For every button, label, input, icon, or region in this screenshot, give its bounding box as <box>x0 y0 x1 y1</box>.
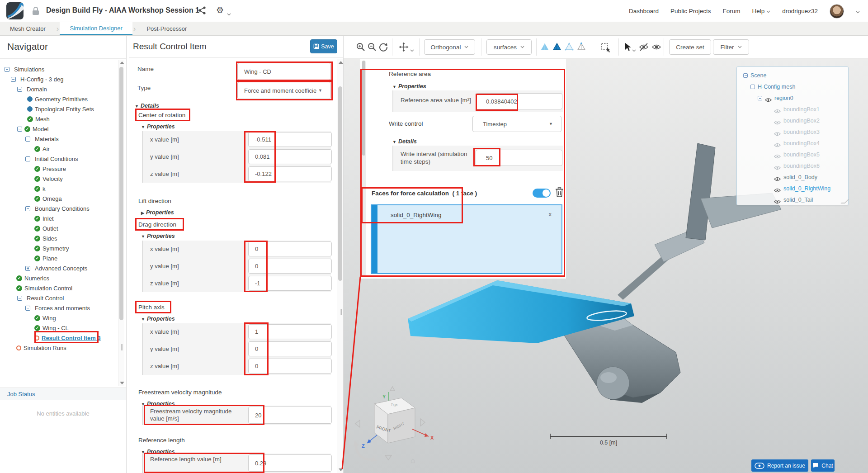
visibility-eye-icon[interactable] <box>774 152 781 157</box>
tree-item-materials[interactable]: Materials <box>0 134 117 144</box>
property-input-x-value-m-[interactable]: 1 <box>248 324 332 339</box>
collapse-icon[interactable] <box>25 306 30 311</box>
tree-item-geometry-primitives[interactable]: Geometry Primitives <box>0 94 117 104</box>
show-entity-icon[interactable] <box>651 42 661 52</box>
mesh-shaded-view-icon[interactable] <box>552 42 562 52</box>
scene-item-boundingbox1[interactable]: boundingBox1 <box>737 104 848 114</box>
tab-mesh-creator[interactable]: Mesh Creator <box>0 22 56 35</box>
property-input-z-value-m-[interactable]: -0.122 <box>248 166 332 181</box>
tree-item-simulations[interactable]: Simulations <box>0 64 117 74</box>
collapse-icon[interactable] <box>17 127 22 132</box>
reset-view-icon[interactable] <box>378 42 388 52</box>
type-select[interactable]: Force and moment coefficie▼ <box>237 82 331 99</box>
scene-item-boundingbox3[interactable]: boundingBox3 <box>737 127 848 137</box>
box-select-icon[interactable] <box>600 42 610 52</box>
scene-item-solid-0-body[interactable]: solid_0_Body <box>737 172 848 182</box>
properties-fold[interactable]: ▼Properties <box>141 233 175 239</box>
collapse-icon[interactable] <box>5 67 9 72</box>
delete-faces-icon[interactable] <box>555 187 564 199</box>
panel-scrollbar[interactable] <box>337 59 343 473</box>
properties-fold[interactable]: ▼Properties <box>141 316 175 322</box>
nav-public-projects[interactable]: Public Projects <box>670 8 711 14</box>
reference-area-input[interactable]: 0.03840402 <box>476 93 562 109</box>
username-label[interactable]: drodriguez32 <box>782 8 818 14</box>
tree-item-domain[interactable]: Domain <box>0 84 117 94</box>
collapse-icon[interactable] <box>17 296 22 301</box>
pan-move-icon[interactable] <box>399 42 409 52</box>
tree-item-model[interactable]: ✓Model <box>0 124 117 134</box>
panel-resize-grip[interactable] <box>340 309 342 315</box>
name-input[interactable]: Wing - CD <box>237 63 331 80</box>
tab-simulation-designer[interactable]: Simulation Designer <box>60 22 132 35</box>
navigator-scrollbar[interactable] <box>118 60 124 386</box>
tree-item-simulation-runs[interactable]: Simulation Runs <box>0 343 117 353</box>
tree-item-sides[interactable]: ✓Sides <box>0 233 117 243</box>
collapse-icon[interactable] <box>750 85 755 89</box>
mesh-solid-view-icon[interactable] <box>540 42 550 52</box>
job-status-header[interactable]: Job Status <box>0 388 126 400</box>
property-input-y-value-m-[interactable]: 0 <box>248 259 332 274</box>
projection-mode-button[interactable]: Orthogonal <box>424 39 475 55</box>
expand-icon[interactable] <box>25 266 30 271</box>
collapse-icon[interactable] <box>25 156 30 161</box>
collapse-icon[interactable] <box>743 73 748 78</box>
reference-area-properties-fold[interactable]: ▼Properties <box>392 83 426 90</box>
scene-item-solid-0-tail[interactable]: solid_0_Tail <box>737 195 848 205</box>
property-input-freestream-velocity-magnitude-value-m-s-[interactable]: 20 <box>248 407 332 424</box>
collapse-icon[interactable] <box>758 96 762 100</box>
share-icon[interactable] <box>198 6 207 17</box>
scene-item-solid-0-rightwing[interactable]: solid_0_RightWing <box>737 184 848 194</box>
tree-item-velocity[interactable]: ✓Velocity <box>0 174 117 184</box>
visibility-eye-icon[interactable] <box>774 130 781 134</box>
faces-selection-list[interactable]: solid_0_RightWing x <box>371 204 562 274</box>
save-button[interactable]: Save <box>310 39 337 53</box>
nav-dashboard[interactable]: Dashboard <box>629 8 659 14</box>
nav-help[interactable]: Help <box>752 8 770 14</box>
mesh-points-view-icon[interactable] <box>576 42 586 52</box>
tree-item-pressure[interactable]: ✓Pressure <box>0 164 117 174</box>
report-issue-button[interactable]: Report an issue <box>751 459 808 472</box>
tree-item-initial-conditions[interactable]: Initial Conditions <box>0 154 117 164</box>
property-input-reference-length-value-m-[interactable]: 0.29 <box>248 454 332 472</box>
visibility-eye-icon[interactable] <box>774 141 781 146</box>
tree-item-inlet[interactable]: ✓Inlet <box>0 213 117 223</box>
settings-gear-icon[interactable]: ⚙ <box>216 5 224 15</box>
property-input-z-value-m-[interactable]: 0 <box>248 359 332 374</box>
tree-item-mesh[interactable]: ✓Mesh <box>0 114 117 124</box>
tree-item-k[interactable]: ✓k <box>0 184 117 194</box>
tree-item-air[interactable]: ✓Air <box>0 144 117 154</box>
pan-chevron-down-icon[interactable] <box>410 46 420 56</box>
tree-item-omega[interactable]: ✓Omega <box>0 194 117 203</box>
visibility-eye-icon[interactable] <box>765 96 772 100</box>
scene-item-boundingbox4[interactable]: boundingBox4 <box>737 138 848 148</box>
tree-item-simulation-control[interactable]: ✓Simulation Control <box>0 283 117 293</box>
filter-button[interactable]: Filter <box>713 39 749 55</box>
account-chevron-down-icon[interactable] <box>856 7 860 15</box>
property-input-x-value-m-[interactable]: -0.511 <box>248 132 332 147</box>
zoom-out-icon[interactable] <box>367 42 377 52</box>
create-set-button[interactable]: Create set <box>669 39 711 55</box>
tree-item-wing[interactable]: ✓Wing <box>0 313 117 323</box>
visibility-eye-icon[interactable] <box>774 107 781 112</box>
collapse-icon[interactable] <box>25 137 30 142</box>
property-input-z-value-m-[interactable]: -1 <box>248 276 332 291</box>
tree-item-advanced-concepts[interactable]: Advanced Concepts <box>0 263 117 273</box>
gear-chevron-down-icon[interactable] <box>227 9 231 18</box>
scene-item-boundingbox2[interactable]: boundingBox2 <box>737 116 848 126</box>
select-cursor-icon[interactable] <box>623 42 633 52</box>
scene-item-h-config-mesh[interactable]: H-Config mesh <box>737 82 848 92</box>
visibility-eye-icon[interactable] <box>774 164 781 168</box>
scene-item-region0[interactable]: region0 <box>737 93 848 103</box>
orientation-cube[interactable]: Y FRONT RIGHT TOP X Z ⌂ <box>348 366 452 473</box>
property-input-x-value-m-[interactable]: 0 <box>248 241 332 256</box>
visibility-eye-icon[interactable] <box>774 118 781 123</box>
visibility-eye-icon[interactable] <box>774 198 781 202</box>
tree-item-boundary-conditions[interactable]: Boundary Conditions <box>0 203 117 213</box>
tree-item-plane[interactable]: ✓Plane <box>0 253 117 263</box>
scene-item-scene[interactable]: Scene <box>737 71 848 80</box>
properties-fold[interactable]: ▶Properties <box>141 209 174 216</box>
collapse-icon[interactable] <box>17 87 22 92</box>
write-control-select[interactable]: Timestep▼ <box>472 116 561 132</box>
navigator-resize-grip[interactable] <box>121 344 123 350</box>
property-input-y-value-m-[interactable]: 0.081 <box>248 149 332 164</box>
